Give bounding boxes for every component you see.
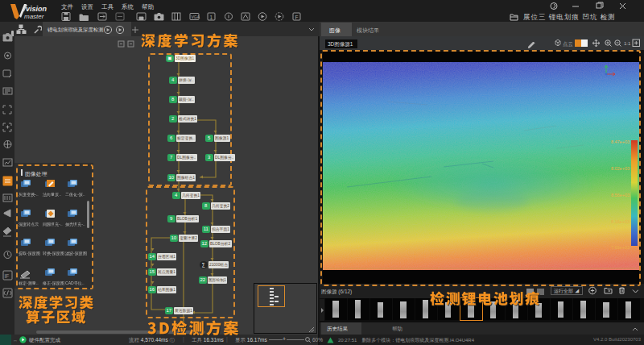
svg-text:VGA: VGA — [192, 15, 200, 19]
svg-text:F: F — [295, 15, 299, 20]
svg-text:master: master — [24, 13, 44, 20]
svg-text:点云: 点云 — [563, 41, 574, 47]
svg-text:IF: IF — [5, 273, 10, 279]
svg-text:1:1: 1:1 — [624, 41, 631, 46]
svg-text:vision: vision — [26, 5, 47, 13]
svg-text:1: 1 — [210, 15, 213, 20]
